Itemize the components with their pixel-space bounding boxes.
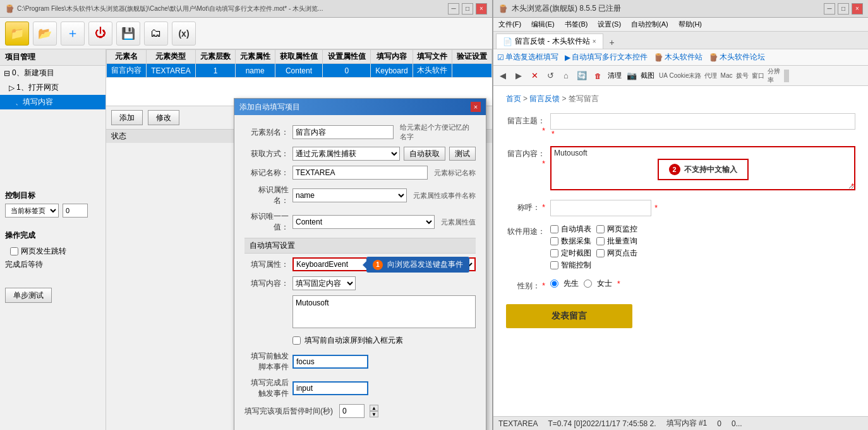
fill-content-select[interactable]: 填写固定内容 — [292, 276, 356, 290]
checkbox-autofill-input[interactable] — [550, 225, 558, 233]
modify-button[interactable]: 修改 — [148, 110, 179, 125]
jump-checkbox-row: 网页发生跳转 — [5, 243, 100, 259]
checkbox-screenshot-input[interactable] — [550, 249, 558, 257]
breadcrumb-current: 签写留言 — [569, 94, 599, 103]
browser-close-button[interactable]: × — [852, 3, 863, 15]
pre-event-input[interactable] — [292, 355, 368, 369]
single-test-button[interactable]: 单步测试 — [5, 288, 52, 303]
checkbox-batch-input[interactable] — [596, 237, 605, 245]
dial-button[interactable]: 拨号 — [735, 69, 749, 83]
post-event-input[interactable] — [292, 381, 368, 395]
home-button[interactable]: ⌂ — [559, 69, 573, 83]
pause-up-arrow[interactable]: ▲ — [370, 405, 378, 411]
maximize-button[interactable]: □ — [462, 3, 473, 15]
minimize-button[interactable]: ─ — [448, 3, 459, 15]
content-textarea[interactable]: Mutousoft — [292, 295, 476, 328]
folder-icon[interactable]: 📁 — [5, 22, 29, 46]
proxy-button[interactable]: 代理 — [704, 69, 718, 83]
col-get-value: 获取属性值 — [275, 50, 323, 64]
capture-select[interactable]: 通过元素属性捕获 — [292, 147, 400, 161]
pause-spinner[interactable]: ▲ ▼ — [370, 405, 378, 417]
sidebar-bottom: 控制目标 当前标签页 操作完成 网页发生跳转 完成后 — [0, 109, 105, 430]
tag-hint: 元素标记名称 — [434, 168, 476, 178]
mac-button[interactable]: Mac — [720, 69, 733, 83]
post-event-label: 填写完成后触发事件 — [244, 378, 289, 399]
bookmark-mutou-site[interactable]: 🪵 木头软件站 — [654, 52, 702, 63]
jump-checkbox[interactable] — [10, 247, 18, 255]
tree-item-open[interactable]: ▷ 1、打开网页 — [0, 80, 105, 95]
subject-input[interactable] — [550, 113, 855, 130]
gender-female-radio[interactable] — [584, 280, 592, 288]
refresh-button[interactable]: ↺ — [543, 69, 557, 83]
test-button[interactable]: 测试 — [449, 147, 476, 161]
stop-button[interactable]: ✕ — [527, 69, 541, 83]
app-title-text: C:\Program Files\木头软件\木头浏览器(旗舰版)\Cache\默… — [17, 4, 323, 13]
gender-male-radio[interactable] — [550, 280, 558, 288]
cookie-button[interactable]: Cookie — [672, 69, 686, 83]
menu-settings[interactable]: 设置(S) — [598, 20, 621, 29]
menu-autocontrol[interactable]: 自动控制(A) — [631, 20, 668, 29]
checkbox-ai-input[interactable] — [550, 261, 558, 269]
forward-button[interactable]: ▶ — [512, 69, 526, 83]
bookmark-mutou-forum[interactable]: 🪵 木头软件论坛 — [709, 52, 765, 63]
clear-label: 清理 — [606, 71, 623, 80]
checkbox-data-input[interactable] — [550, 237, 558, 245]
checkbox-monitoring-input[interactable] — [596, 225, 605, 233]
bookmark-autofill-multiline[interactable]: ▶ 自动填写多行文本控件 — [565, 52, 648, 63]
add-icon[interactable]: ＋ — [61, 22, 85, 46]
tag-input[interactable] — [292, 166, 428, 180]
save-icon[interactable]: 💾 — [116, 22, 140, 46]
ua-button[interactable]: UA — [656, 69, 670, 83]
power-icon[interactable]: ⏻ — [88, 22, 112, 46]
refresh2-button[interactable]: 🔄 — [575, 69, 589, 83]
split-rate-button[interactable]: 分辨率 — [767, 69, 781, 83]
alias-input[interactable] — [292, 125, 394, 139]
browser-minimize-button[interactable]: ─ — [824, 3, 835, 15]
screenshot-button[interactable]: 📷 — [625, 69, 639, 83]
browser-maximize-button[interactable]: □ — [838, 3, 849, 15]
subject-field-content: * — [550, 113, 855, 138]
saveas-icon[interactable]: 🗂 — [144, 22, 168, 46]
open-icon[interactable]: 📂 — [33, 22, 57, 46]
route-button[interactable]: 末路 — [688, 69, 702, 83]
back-button[interactable]: ◀ — [496, 69, 510, 83]
close-button[interactable]: × — [476, 3, 487, 15]
tab-label: 留言反馈 - 木头软件站 — [515, 36, 590, 47]
attr-name-select[interactable]: name — [292, 188, 407, 202]
active-tab[interactable]: 📄 留言反馈 - 木头软件站 × — [496, 34, 603, 49]
tree-item-fill[interactable]: 、填写内容 — [0, 95, 105, 109]
screenshot-label: 截图 — [641, 71, 654, 80]
cell-set-value: 0 — [323, 64, 371, 78]
menu-edit[interactable]: 编辑(E) — [531, 20, 555, 29]
menu-file[interactable]: 文件(F) — [498, 20, 521, 29]
submit-button[interactable]: 发表留言 — [506, 304, 632, 328]
checkbox-autofill-label: 自动填表 — [561, 224, 591, 235]
add-button[interactable]: 添加 — [111, 110, 143, 125]
delete-cache-button[interactable]: 🗑 — [591, 69, 605, 83]
dialog-close-button[interactable]: × — [471, 102, 481, 112]
scroll-checkbox[interactable] — [292, 336, 301, 345]
checkbox-click-input[interactable] — [596, 249, 605, 257]
title-bar-left: 🪵 C:\Program Files\木头软件\木头浏览器(旗舰版)\Cache… — [5, 4, 323, 13]
tab-close-button[interactable]: × — [593, 38, 596, 45]
name-input[interactable] — [550, 200, 651, 216]
bookmark-single-select[interactable]: ☑ 单选复选框填写 — [497, 52, 558, 63]
menu-bookmarks[interactable]: 书签(B) — [565, 20, 588, 29]
attr-value-hint: 元素属性值 — [441, 218, 476, 227]
auto-capture-button[interactable]: 自动获取 — [404, 147, 445, 161]
name-required-star: * — [654, 204, 658, 212]
tree-item-project[interactable]: ⊟ 0、新建项目 — [0, 66, 105, 80]
window-button[interactable]: 窗口 — [751, 69, 765, 83]
control-level-input[interactable] — [63, 204, 88, 218]
pause-down-arrow[interactable]: ▼ — [370, 411, 378, 417]
breadcrumb-feedback[interactable]: 留言反馈 — [529, 94, 560, 103]
tab-add-button[interactable]: + — [606, 36, 618, 49]
breadcrumb-home[interactable]: 首页 — [506, 94, 521, 103]
control-target-select[interactable]: 当前标签页 — [5, 204, 59, 218]
menu-help[interactable]: 帮助(H) — [678, 20, 702, 29]
table-row[interactable]: 留言内容 TEXTAREA 1 name Content 0 Keyboard … — [107, 64, 492, 78]
variable-icon[interactable]: (x) — [172, 22, 196, 46]
fill-attr-label: 填写属性： — [244, 259, 289, 270]
pause-input[interactable] — [339, 404, 365, 418]
attr-value-select[interactable]: Content — [292, 215, 435, 229]
